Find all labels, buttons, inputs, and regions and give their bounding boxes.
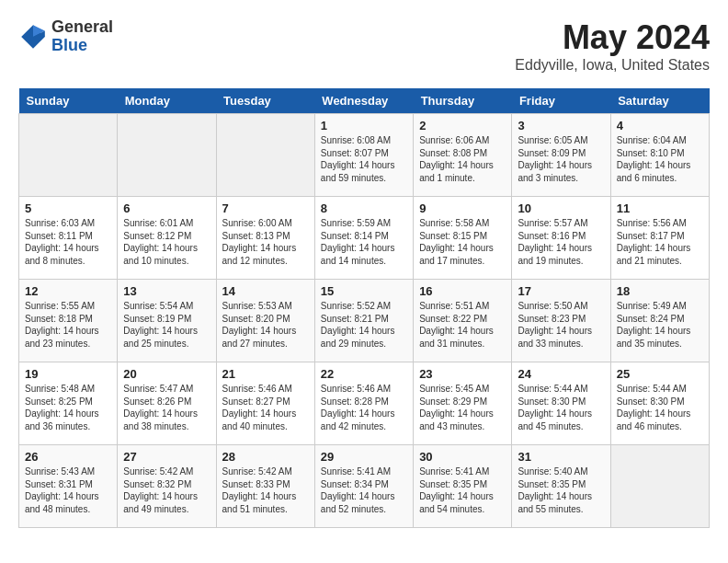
- day-info: Sunrise: 6:08 AM Sunset: 8:07 PM Dayligh…: [321, 134, 407, 184]
- day-info: Sunrise: 5:42 AM Sunset: 8:33 PM Dayligh…: [222, 465, 309, 515]
- day-number: 26: [25, 450, 111, 464]
- day-info: Sunrise: 5:58 AM Sunset: 8:15 PM Dayligh…: [419, 217, 506, 267]
- calendar-day-cell: [216, 114, 314, 197]
- day-number: 1: [321, 119, 407, 132]
- day-info: Sunrise: 5:48 AM Sunset: 8:25 PM Dayligh…: [25, 383, 111, 432]
- location-title: Eddyville, Iowa, United States: [515, 57, 710, 74]
- logo-text: General Blue: [51, 18, 113, 55]
- calendar-table: SundayMondayTuesdayWednesdayThursdayFrid…: [18, 88, 710, 528]
- calendar-day-cell: 26Sunrise: 5:43 AM Sunset: 8:31 PM Dayli…: [19, 445, 118, 528]
- calendar-day-cell: [610, 445, 709, 528]
- calendar-body: 1Sunrise: 6:08 AM Sunset: 8:07 PM Daylig…: [19, 114, 710, 528]
- calendar-day-cell: 20Sunrise: 5:47 AM Sunset: 8:26 PM Dayli…: [118, 362, 216, 445]
- calendar-day-cell: 5Sunrise: 6:03 AM Sunset: 8:11 PM Daylig…: [19, 197, 118, 280]
- day-number: 3: [518, 119, 604, 132]
- calendar-day-cell: [19, 114, 118, 197]
- day-info: Sunrise: 5:44 AM Sunset: 8:30 PM Dayligh…: [518, 383, 604, 432]
- page-header: General Blue May 2024 Eddyville, Iowa, U…: [18, 18, 710, 74]
- day-number: 12: [25, 284, 111, 298]
- calendar-day-cell: [118, 114, 216, 197]
- day-info: Sunrise: 5:57 AM Sunset: 8:16 PM Dayligh…: [518, 217, 604, 267]
- day-number: 11: [617, 201, 703, 215]
- calendar-day-cell: 2Sunrise: 6:06 AM Sunset: 8:08 PM Daylig…: [414, 114, 512, 197]
- day-number: 22: [321, 367, 407, 381]
- day-info: Sunrise: 5:51 AM Sunset: 8:22 PM Dayligh…: [419, 300, 506, 350]
- calendar-day-cell: 1Sunrise: 6:08 AM Sunset: 8:07 PM Daylig…: [314, 114, 413, 197]
- day-info: Sunrise: 6:01 AM Sunset: 8:12 PM Dayligh…: [123, 217, 210, 267]
- day-number: 6: [123, 201, 210, 215]
- day-info: Sunrise: 5:59 AM Sunset: 8:14 PM Dayligh…: [321, 217, 407, 267]
- header-row: SundayMondayTuesdayWednesdayThursdayFrid…: [19, 88, 710, 114]
- month-title: May 2024: [515, 18, 710, 57]
- day-number: 23: [419, 367, 506, 381]
- weekday-header: Friday: [512, 88, 610, 114]
- day-info: Sunrise: 5:42 AM Sunset: 8:32 PM Dayligh…: [123, 465, 210, 515]
- day-number: 10: [518, 201, 604, 215]
- day-number: 2: [419, 119, 506, 132]
- day-number: 25: [617, 367, 703, 381]
- day-number: 31: [518, 450, 604, 464]
- day-number: 30: [419, 450, 506, 464]
- calendar-day-cell: 28Sunrise: 5:42 AM Sunset: 8:33 PM Dayli…: [216, 445, 314, 528]
- day-info: Sunrise: 5:45 AM Sunset: 8:29 PM Dayligh…: [419, 383, 506, 432]
- weekday-header: Tuesday: [216, 88, 314, 114]
- calendar-day-cell: 17Sunrise: 5:50 AM Sunset: 8:23 PM Dayli…: [512, 280, 610, 362]
- weekday-header: Sunday: [19, 88, 118, 114]
- weekday-header: Saturday: [610, 88, 709, 114]
- calendar-day-cell: 9Sunrise: 5:58 AM Sunset: 8:15 PM Daylig…: [414, 197, 512, 280]
- day-number: 14: [222, 284, 309, 298]
- logo-icon: [18, 22, 48, 52]
- logo: General Blue: [18, 18, 113, 55]
- calendar-day-cell: 7Sunrise: 6:00 AM Sunset: 8:13 PM Daylig…: [216, 197, 314, 280]
- day-number: 15: [321, 284, 407, 298]
- calendar-day-cell: 8Sunrise: 5:59 AM Sunset: 8:14 PM Daylig…: [314, 197, 413, 280]
- day-info: Sunrise: 6:04 AM Sunset: 8:10 PM Dayligh…: [617, 134, 703, 184]
- day-info: Sunrise: 5:56 AM Sunset: 8:17 PM Dayligh…: [617, 217, 703, 267]
- calendar-day-cell: 15Sunrise: 5:52 AM Sunset: 8:21 PM Dayli…: [314, 280, 413, 362]
- day-number: 8: [321, 201, 407, 215]
- calendar-day-cell: 27Sunrise: 5:42 AM Sunset: 8:32 PM Dayli…: [118, 445, 216, 528]
- calendar-week-row: 26Sunrise: 5:43 AM Sunset: 8:31 PM Dayli…: [19, 445, 710, 528]
- calendar-week-row: 5Sunrise: 6:03 AM Sunset: 8:11 PM Daylig…: [19, 197, 710, 280]
- calendar-day-cell: 25Sunrise: 5:44 AM Sunset: 8:30 PM Dayli…: [610, 362, 709, 445]
- day-info: Sunrise: 5:46 AM Sunset: 8:27 PM Dayligh…: [222, 383, 309, 432]
- calendar-day-cell: 14Sunrise: 5:53 AM Sunset: 8:20 PM Dayli…: [216, 280, 314, 362]
- logo-general-text: General: [51, 18, 113, 37]
- day-number: 21: [222, 367, 309, 381]
- day-info: Sunrise: 5:52 AM Sunset: 8:21 PM Dayligh…: [321, 300, 407, 350]
- day-info: Sunrise: 6:00 AM Sunset: 8:13 PM Dayligh…: [222, 217, 309, 267]
- day-info: Sunrise: 5:53 AM Sunset: 8:20 PM Dayligh…: [222, 300, 309, 350]
- calendar-day-cell: 10Sunrise: 5:57 AM Sunset: 8:16 PM Dayli…: [512, 197, 610, 280]
- day-number: 13: [123, 284, 210, 298]
- day-number: 27: [123, 450, 210, 464]
- calendar-day-cell: 30Sunrise: 5:41 AM Sunset: 8:35 PM Dayli…: [414, 445, 512, 528]
- calendar-day-cell: 23Sunrise: 5:45 AM Sunset: 8:29 PM Dayli…: [414, 362, 512, 445]
- day-number: 17: [518, 284, 604, 298]
- day-info: Sunrise: 5:50 AM Sunset: 8:23 PM Dayligh…: [518, 300, 604, 350]
- calendar-day-cell: 12Sunrise: 5:55 AM Sunset: 8:18 PM Dayli…: [19, 280, 118, 362]
- day-info: Sunrise: 5:55 AM Sunset: 8:18 PM Dayligh…: [25, 300, 111, 350]
- calendar-day-cell: 13Sunrise: 5:54 AM Sunset: 8:19 PM Dayli…: [118, 280, 216, 362]
- day-number: 9: [419, 201, 506, 215]
- day-info: Sunrise: 5:54 AM Sunset: 8:19 PM Dayligh…: [123, 300, 210, 350]
- day-info: Sunrise: 5:44 AM Sunset: 8:30 PM Dayligh…: [617, 383, 703, 432]
- day-info: Sunrise: 5:43 AM Sunset: 8:31 PM Dayligh…: [25, 465, 111, 515]
- calendar-week-row: 1Sunrise: 6:08 AM Sunset: 8:07 PM Daylig…: [19, 114, 710, 197]
- day-number: 4: [617, 119, 703, 132]
- day-number: 20: [123, 367, 210, 381]
- day-number: 5: [25, 201, 111, 215]
- calendar-header: SundayMondayTuesdayWednesdayThursdayFrid…: [19, 88, 710, 114]
- calendar-week-row: 19Sunrise: 5:48 AM Sunset: 8:25 PM Dayli…: [19, 362, 710, 445]
- calendar-day-cell: 29Sunrise: 5:41 AM Sunset: 8:34 PM Dayli…: [314, 445, 413, 528]
- calendar-day-cell: 4Sunrise: 6:04 AM Sunset: 8:10 PM Daylig…: [610, 114, 709, 197]
- calendar-day-cell: 19Sunrise: 5:48 AM Sunset: 8:25 PM Dayli…: [19, 362, 118, 445]
- weekday-header: Thursday: [414, 88, 512, 114]
- day-number: 16: [419, 284, 506, 298]
- title-area: May 2024 Eddyville, Iowa, United States: [515, 18, 710, 74]
- day-info: Sunrise: 5:41 AM Sunset: 8:34 PM Dayligh…: [321, 465, 407, 515]
- day-info: Sunrise: 5:49 AM Sunset: 8:24 PM Dayligh…: [617, 300, 703, 350]
- calendar-day-cell: 6Sunrise: 6:01 AM Sunset: 8:12 PM Daylig…: [118, 197, 216, 280]
- weekday-header: Wednesday: [314, 88, 413, 114]
- day-info: Sunrise: 5:41 AM Sunset: 8:35 PM Dayligh…: [419, 465, 506, 515]
- weekday-header: Monday: [118, 88, 216, 114]
